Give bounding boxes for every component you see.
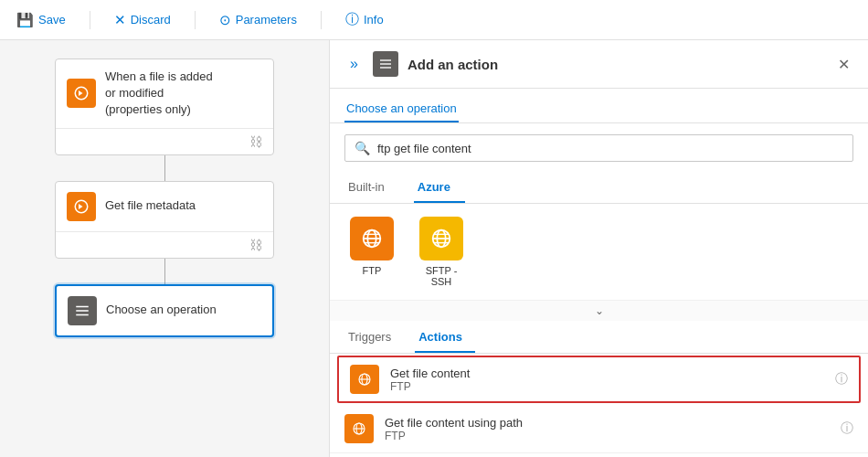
collapse-button[interactable]: » (344, 54, 364, 74)
sftp-label: SFTP - SSH (414, 265, 469, 287)
get-file-content-name: Get file content (390, 367, 824, 380)
svg-rect-3 (76, 310, 89, 312)
panel-nav: Choose an operation (330, 89, 868, 123)
divider-1 (90, 11, 90, 29)
sftp-connector-icon (419, 217, 463, 260)
flow-canvas: When a file is addedor modified(properti… (0, 40, 329, 457)
tab-triggers[interactable]: Triggers (344, 321, 404, 353)
toolbar: 💾 Save ✕ Discard ⊙ Parameters ⓘ Info (0, 0, 868, 40)
get-file-content-svg (356, 371, 373, 388)
svg-rect-5 (380, 59, 391, 60)
metadata-node-icon (67, 192, 96, 221)
connectors-grid: FTP SFTP - SSH (330, 204, 868, 301)
trigger-node-label: When a file is addedor modified(properti… (105, 69, 213, 119)
connector-tabs: Built-in Azure (330, 173, 868, 204)
choose-node-label: Choose an operation (106, 302, 217, 318)
get-file-content-path-info-btn[interactable]: ⓘ (841, 420, 853, 437)
svg-rect-4 (76, 314, 89, 315)
choose-node-header: Choose an operation (57, 286, 272, 335)
get-file-content-path-svg (351, 420, 367, 437)
metadata-link-icon: ⛓ (249, 238, 262, 252)
trigger-node-header: When a file is addedor modified(properti… (56, 59, 273, 128)
get-file-content-icon (350, 365, 379, 394)
parameters-icon: ⊙ (219, 12, 231, 28)
get-file-content-path-info: Get file content using path FTP (385, 416, 830, 442)
discard-icon: ✕ (114, 12, 126, 28)
ftp-label: FTP (363, 265, 382, 276)
metadata-icon-svg (73, 198, 90, 215)
panel-header: » Add an action ✕ (330, 40, 868, 89)
panel-title: Add an action (408, 57, 825, 72)
metadata-node-footer: ⛓ (56, 231, 273, 258)
ftp-connector[interactable]: FTP (344, 217, 399, 287)
choose-node-icon (68, 296, 97, 325)
metadata-node-label: Get file metadata (105, 197, 196, 214)
get-file-content-sub: FTP (390, 380, 824, 393)
info-icon: ⓘ (345, 11, 359, 28)
svg-rect-6 (380, 63, 391, 64)
connector-1 (164, 155, 165, 181)
actions-tabs: Triggers Actions (330, 321, 868, 354)
trigger-node-footer: ⛓ (56, 128, 273, 154)
divider-2 (195, 11, 196, 29)
trigger-icon-svg (73, 85, 90, 101)
get-file-content-info-btn[interactable]: ⓘ (835, 371, 848, 388)
main-area: When a file is addedor modified(properti… (0, 40, 868, 457)
get-file-content-info: Get file content FTP (390, 367, 824, 393)
trigger-node-icon (67, 79, 96, 108)
actions-list: Get file content FTP ⓘ Get file content … (330, 354, 868, 457)
panel-title-icon (373, 51, 398, 77)
svg-rect-2 (76, 305, 89, 307)
parameters-button[interactable]: ⊙ Parameters (214, 8, 302, 32)
panel-close-button[interactable]: ✕ (834, 52, 853, 77)
trigger-node[interactable]: When a file is addedor modified(properti… (55, 58, 274, 155)
get-file-content-path-icon (344, 414, 374, 443)
action-item-get-file-content-path[interactable]: Get file content using path FTP ⓘ (330, 405, 868, 453)
sftp-connector[interactable]: SFTP - SSH (414, 217, 469, 287)
search-box[interactable]: 🔍 (344, 134, 853, 162)
metadata-node-header: Get file metadata (56, 182, 273, 231)
search-container: 🔍 (330, 123, 868, 173)
tab-builtin[interactable]: Built-in (344, 173, 399, 203)
chevron-down-icon: ⌄ (595, 304, 604, 317)
save-icon: 💾 (16, 12, 34, 28)
action-item-get-file-content[interactable]: Get file content FTP ⓘ (337, 356, 861, 403)
ftp-icon-svg (359, 226, 385, 251)
divider-3 (321, 11, 322, 29)
discard-button[interactable]: ✕ Discard (109, 8, 176, 32)
choose-operation-nav[interactable]: Choose an operation (344, 96, 459, 122)
ftp-connector-icon (350, 217, 394, 260)
choose-operation-node[interactable]: Choose an operation (55, 284, 274, 337)
expand-row[interactable]: ⌄ (330, 301, 868, 321)
get-file-content-path-sub: FTP (385, 430, 830, 442)
tab-actions[interactable]: Actions (415, 321, 475, 353)
search-input[interactable] (377, 142, 843, 155)
info-button[interactable]: ⓘ Info (340, 7, 389, 32)
search-icon: 🔍 (355, 141, 370, 155)
right-panel: » Add an action ✕ Choose an operation 🔍 (329, 40, 868, 457)
link-icon: ⛓ (249, 134, 262, 149)
choose-icon-svg (74, 303, 90, 319)
connector-2 (164, 259, 165, 284)
tab-azure[interactable]: Azure (414, 173, 465, 203)
get-file-content-path-name: Get file content using path (385, 416, 830, 430)
svg-rect-7 (380, 67, 391, 68)
save-button[interactable]: 💾 Save (11, 8, 71, 32)
metadata-node[interactable]: Get file metadata ⛓ (55, 181, 274, 259)
add-action-icon-svg (378, 57, 393, 71)
sftp-icon-svg (429, 226, 454, 251)
